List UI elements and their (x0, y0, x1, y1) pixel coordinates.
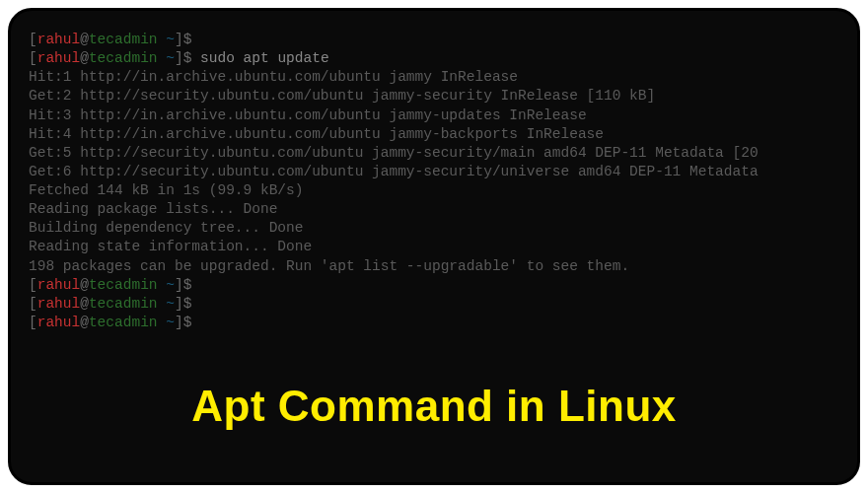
bracket-close: ] (175, 315, 183, 330)
output-line: Get:6 http://security.ubuntu.com/ubuntu … (29, 163, 839, 181)
bracket-open: [ (29, 277, 37, 293)
prompt-at: @ (80, 50, 89, 66)
bracket-close: ] (175, 32, 183, 47)
prompt-user: rahul (37, 32, 81, 47)
prompt-line[interactable]: [rahul@tecadmin ~]$ (29, 314, 839, 332)
output-line: Hit:3 http://in.archive.ubuntu.com/ubunt… (29, 106, 839, 125)
bracket-open: [ (29, 296, 37, 312)
output-line: 198 packages can be upgraded. Run 'apt l… (29, 257, 839, 276)
prompt-host: tecadmin (89, 296, 158, 312)
bracket-close: ] (175, 50, 183, 66)
prompt-dollar: $ (183, 277, 192, 293)
output-line: Reading state information... Done (29, 238, 839, 256)
prompt-at: @ (80, 315, 89, 330)
output-line: Get:2 http://security.ubuntu.com/ubuntu … (29, 87, 839, 106)
output-line: Fetched 144 kB in 1s (99.9 kB/s) (29, 181, 839, 200)
output-line: Hit:4 http://in.archive.ubuntu.com/ubunt… (29, 125, 839, 144)
prompt-line: [rahul@tecadmin ~]$ (29, 31, 839, 49)
prompt-path: ~ (166, 32, 175, 47)
page-title: Apt Command in Linux (11, 382, 857, 431)
prompt-user: rahul (37, 296, 81, 312)
command-line[interactable]: [rahul@tecadmin ~]$ sudo apt update (29, 49, 839, 68)
bracket-close: ] (175, 296, 183, 312)
prompt-path: ~ (166, 296, 175, 312)
output-line: Reading package lists... Done (29, 200, 839, 219)
prompt-dollar: $ (183, 296, 192, 312)
prompt-user: rahul (37, 50, 81, 66)
prompt-host: tecadmin (89, 277, 158, 293)
terminal-content[interactable]: [rahul@tecadmin ~]$ [rahul@tecadmin ~]$ … (29, 31, 839, 332)
prompt-path: ~ (166, 315, 175, 330)
entered-command: sudo apt update (200, 50, 329, 66)
prompt-dollar: $ (183, 32, 192, 47)
prompt-dollar: $ (183, 315, 192, 330)
prompt-at: @ (80, 296, 89, 312)
bracket-close: ] (175, 277, 183, 293)
prompt-path: ~ (166, 50, 175, 66)
bracket-open: [ (29, 315, 37, 330)
prompt-at: @ (80, 32, 89, 47)
prompt-host: tecadmin (89, 50, 158, 66)
prompt-line: [rahul@tecadmin ~]$ (29, 276, 839, 295)
output-line: Building dependency tree... Done (29, 219, 839, 238)
bracket-open: [ (29, 50, 37, 66)
output-line: Hit:1 http://in.archive.ubuntu.com/ubunt… (29, 68, 839, 87)
output-line: Get:5 http://security.ubuntu.com/ubuntu … (29, 144, 839, 163)
prompt-path: ~ (166, 277, 175, 293)
terminal-window: [rahul@tecadmin ~]$ [rahul@tecadmin ~]$ … (8, 8, 860, 485)
prompt-at: @ (80, 277, 89, 293)
prompt-host: tecadmin (89, 32, 158, 47)
prompt-host: tecadmin (89, 315, 158, 330)
prompt-user: rahul (37, 277, 81, 293)
prompt-line: [rahul@tecadmin ~]$ (29, 295, 839, 314)
bracket-open: [ (29, 32, 37, 47)
prompt-user: rahul (37, 315, 81, 330)
